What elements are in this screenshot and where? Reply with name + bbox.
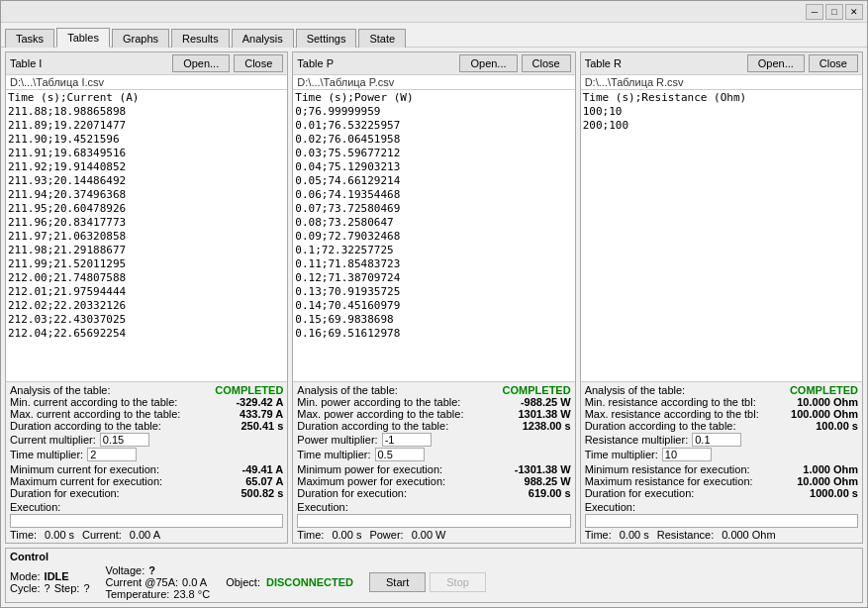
table-p-time-mult-input[interactable] bbox=[375, 448, 425, 461]
close-button[interactable]: ✕ bbox=[845, 4, 863, 20]
table-i-execution: Execution: Time: 0.00 s Current: 0.00 A bbox=[10, 501, 283, 541]
table-i-data[interactable]: Time (s);Current (A) 211.88;18.98865898 … bbox=[6, 90, 287, 381]
table-r-max-exec-value: 10.000 Ohm bbox=[797, 475, 858, 487]
table-i-analysis-status: COMPLETED bbox=[215, 384, 283, 396]
main-content: Table I Open... Close D:\...\Таблица I.c… bbox=[1, 48, 867, 607]
tab-results[interactable]: Results bbox=[171, 29, 230, 48]
table-i-max-exec-label: Maximum current for execution: bbox=[10, 475, 162, 487]
table-p-time-label: Time: bbox=[297, 529, 324, 541]
table-i-filepath: D:\...\Таблица I.csv bbox=[6, 75, 287, 90]
table-i-analysis-label: Analysis of the table: bbox=[10, 384, 111, 396]
table-i-min-exec-value: -49.41 A bbox=[242, 463, 284, 475]
table-i-dur-exec-value: 500.82 s bbox=[241, 487, 284, 499]
table-r-execution: Execution: Time: 0.00 s Resistance: 0.00… bbox=[585, 501, 858, 541]
table-r-data-area: Time (s);Resistance (Ohm) 100;10 200;100 bbox=[581, 90, 862, 381]
table-p-max-exec-label: Maximum power for execution: bbox=[297, 475, 445, 487]
table-i-exec-area: Minimum current for execution: -49.41 A … bbox=[10, 463, 283, 499]
table-i-current-value: 0.00 A bbox=[130, 529, 160, 541]
table-r-filepath: D:\...\Таблица R.csv bbox=[581, 75, 862, 90]
table-p-data-area: Time (s);Power (W) 0;76.99999959 0.01;76… bbox=[293, 90, 574, 381]
table-p-min-value: -988.25 W bbox=[521, 396, 571, 408]
start-button[interactable]: Start bbox=[369, 572, 426, 592]
table-p-exec-area: Minimum power for execution: -1301.38 W … bbox=[297, 463, 570, 499]
table-p-filepath: D:\...\Таблица P.csv bbox=[293, 75, 574, 90]
table-r-max-label: Max. resistance according to the tbl: bbox=[585, 408, 759, 420]
table-p-execution: Execution: Time: 0.00 s Power: 0.00 W bbox=[297, 501, 570, 541]
table-r-header: Table R Open... Close bbox=[581, 52, 862, 75]
table-r-title: Table R bbox=[585, 57, 622, 69]
control-row: Mode: IDLE Cycle: ? Step: ? Voltage: ? bbox=[10, 564, 858, 600]
tab-settings[interactable]: Settings bbox=[296, 29, 357, 48]
table-p-power-value: 0.00 W bbox=[412, 529, 446, 541]
control-buttons: Start Stop bbox=[369, 572, 486, 592]
mode-value: IDLE bbox=[45, 570, 69, 582]
table-r-close-button[interactable]: Close bbox=[809, 54, 858, 72]
table-p-data[interactable]: Time (s);Power (W) 0;76.99999959 0.01;76… bbox=[293, 90, 574, 381]
table-r-exec-area: Minimum resistance for execution: 1.000 … bbox=[585, 463, 858, 499]
temperature-label: Temperature: bbox=[106, 588, 170, 600]
cycle-label: Cycle: bbox=[10, 582, 41, 594]
cycle-row: Cycle: ? Step: ? bbox=[10, 582, 90, 594]
table-i-buttons: Open... Close bbox=[172, 54, 283, 72]
table-r-time-value: 0.00 s bbox=[620, 529, 649, 541]
control-mode-section: Mode: IDLE Cycle: ? Step: ? bbox=[10, 570, 90, 594]
table-r-min-exec-label: Minimum resistance for execution: bbox=[585, 463, 750, 475]
table-r-data[interactable]: Time (s);Resistance (Ohm) 100;10 200;100 bbox=[581, 90, 862, 381]
voltage-value: ? bbox=[148, 564, 155, 576]
table-r-max-value: 100.000 Ohm bbox=[791, 408, 858, 420]
table-p-execution-bar bbox=[297, 514, 570, 528]
table-r-open-button[interactable]: Open... bbox=[747, 54, 805, 72]
table-i-data-area: Time (s);Current (A) 211.88;18.98865898 … bbox=[6, 90, 287, 381]
step-label: Step: bbox=[54, 582, 80, 594]
table-i-close-button[interactable]: Close bbox=[234, 54, 283, 72]
table-p-max-exec-value: 988.25 W bbox=[525, 475, 571, 487]
table-r-min-label: Min. resistance according to the tbl: bbox=[585, 396, 756, 408]
table-i-current-mult-input[interactable] bbox=[100, 433, 149, 447]
table-r-max-exec-label: Maximum resistance for execution: bbox=[585, 475, 753, 487]
tab-graphs[interactable]: Graphs bbox=[112, 29, 169, 48]
table-r-panel: Table R Open... Close D:\...\Таблица R.c… bbox=[580, 51, 863, 544]
table-p-header: Table P Open... Close bbox=[293, 52, 574, 75]
table-r-time-mult-input[interactable] bbox=[662, 448, 712, 461]
tab-analysis[interactable]: Analysis bbox=[232, 29, 294, 48]
table-i-analysis: Analysis of the table: COMPLETED Min. cu… bbox=[6, 381, 287, 543]
table-i-header: Table I Open... Close bbox=[6, 52, 287, 75]
control-voltage-section: Voltage: ? Current @75A: 0.0 A Temperatu… bbox=[106, 564, 211, 600]
table-p-analysis: Analysis of the table: COMPLETED Min. po… bbox=[293, 381, 574, 543]
table-r-res-mult-label: Resistance multiplier: bbox=[585, 434, 689, 446]
table-i-panel: Table I Open... Close D:\...\Таблица I.c… bbox=[5, 51, 288, 544]
tables-row: Table I Open... Close D:\...\Таблица I.c… bbox=[5, 51, 863, 544]
table-p-close-button[interactable]: Close bbox=[522, 54, 571, 72]
table-i-duration-value: 250.41 s bbox=[241, 420, 284, 432]
table-p-min-exec-label: Minimum power for execution: bbox=[297, 463, 442, 475]
table-r-execution-bar bbox=[585, 514, 858, 528]
table-i-dur-exec-label: Duration for execution: bbox=[10, 487, 120, 499]
tab-tables[interactable]: Tables bbox=[56, 28, 110, 48]
table-i-current-mult-label: Current multiplier: bbox=[10, 434, 96, 446]
table-p-dur-exec-label: Duration for execution: bbox=[297, 487, 407, 499]
table-r-analysis-status: COMPLETED bbox=[790, 384, 858, 396]
table-r-min-value: 10.000 Ohm bbox=[797, 396, 858, 408]
table-r-execution-label: Execution: bbox=[585, 501, 858, 513]
control-object-section: Object: DISCONNECTED bbox=[226, 576, 353, 588]
maximize-button[interactable]: □ bbox=[825, 4, 843, 20]
minimize-button[interactable]: ─ bbox=[806, 4, 823, 20]
table-p-buttons: Open... Close bbox=[459, 54, 570, 72]
voltage-row: Voltage: ? bbox=[106, 564, 211, 576]
table-p-panel: Table P Open... Close D:\...\Таблица P.c… bbox=[292, 51, 575, 544]
table-r-resistance-label: Resistance: bbox=[657, 529, 714, 541]
table-i-open-button[interactable]: Open... bbox=[172, 54, 230, 72]
table-p-power-label: Power: bbox=[369, 529, 403, 541]
tab-state[interactable]: State bbox=[358, 29, 406, 48]
table-r-res-mult-input[interactable] bbox=[692, 433, 741, 447]
table-p-power-mult-input[interactable] bbox=[382, 433, 432, 447]
table-p-open-button[interactable]: Open... bbox=[459, 54, 517, 72]
current75-value: 0.0 A bbox=[182, 576, 207, 588]
tab-tasks[interactable]: Tasks bbox=[5, 29, 54, 48]
object-label: Object: bbox=[226, 576, 260, 588]
temperature-value: 23.8 °C bbox=[173, 588, 210, 600]
table-i-duration-label: Duration according to the table: bbox=[10, 420, 161, 432]
table-i-time-mult-input[interactable] bbox=[87, 448, 137, 461]
table-i-current-label: Current: bbox=[82, 529, 122, 541]
table-r-time-label: Time: bbox=[585, 529, 612, 541]
